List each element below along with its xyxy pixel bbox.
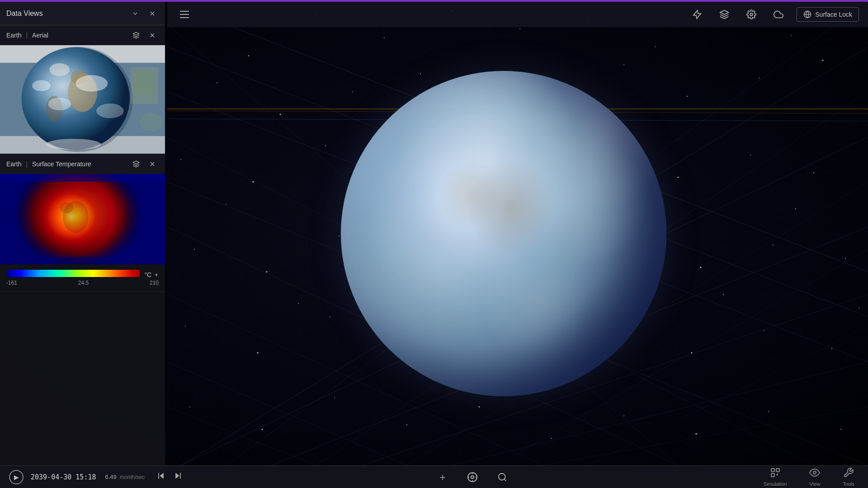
svg-marker-95 [693,10,701,19]
temperature-thumbnail [0,174,165,264]
svg-point-113 [50,63,70,76]
temperature-planet-label: Earth [6,160,21,168]
svg-marker-136 [160,473,164,479]
svg-point-59 [768,411,769,412]
bottom-toolbar: ▶ 2039-04-30 15:18 6.49 month/sec ＋ [0,465,868,488]
svg-rect-149 [776,469,779,472]
add-icon-button[interactable]: ＋ [434,469,451,485]
svg-point-53 [334,398,335,399]
svg-rect-150 [771,474,774,477]
scale-max-label: 210 [150,280,159,286]
svg-point-23 [325,145,326,146]
svg-point-117 [48,98,71,110]
panel-title: Data Views [6,9,43,18]
svg-point-31 [194,249,195,250]
skip-forward-button[interactable] [171,469,185,484]
temperature-separator: | [26,160,28,168]
color-scale-row: °C ▼ [6,270,159,280]
svg-point-68 [723,294,724,295]
unit-dropdown-arrow[interactable]: ▼ [154,272,159,277]
svg-point-141 [471,476,474,479]
lock-icon [803,10,811,19]
tools-tool-button[interactable]: Tools [838,465,859,488]
svg-marker-96 [720,10,728,14]
svg-point-69 [795,208,797,210]
svg-point-11 [217,82,217,83]
color-scale-bar [6,270,140,277]
svg-rect-148 [771,469,774,472]
panel-collapse-button[interactable] [129,7,142,20]
svg-point-54 [406,424,407,425]
aerial-card-icons [130,29,159,42]
svg-point-18 [687,96,688,97]
layers-icon-button[interactable] [715,5,733,23]
temperature-layer-label: Surface Temperature [32,160,91,168]
svg-point-7 [655,47,656,47]
svg-point-38 [700,267,702,268]
aerial-close-button[interactable] [146,29,159,42]
simulation-label: Simulation [764,481,787,487]
svg-rect-137 [158,473,159,479]
temperature-close-button[interactable] [146,158,159,170]
svg-point-19 [759,78,760,79]
play-button[interactable]: ▶ [9,470,24,484]
svg-point-12 [280,114,281,115]
svg-point-55 [479,406,480,408]
aerial-separator: | [26,32,28,39]
svg-line-147 [504,479,506,481]
scale-min-label: -161 [6,280,17,286]
color-scale-labels: -161 24.5 210 [6,280,159,286]
unit-selector[interactable]: °C ▼ [144,271,159,278]
view-tool-button[interactable]: View [805,465,825,488]
svg-line-87 [542,407,868,465]
svg-point-58 [696,433,697,435]
top-accent-bar [0,0,868,2]
header-left [176,6,193,23]
svg-point-49 [764,330,764,331]
svg-point-70 [859,307,859,308]
svg-point-40 [845,258,846,259]
aerial-layer-label: Aerial [32,32,48,39]
svg-point-146 [498,473,505,480]
simulation-tool-button[interactable]: Simulation [759,465,791,488]
panel-close-button[interactable] [146,7,159,20]
tools-icon [843,467,854,480]
svg-marker-102 [133,32,139,35]
surface-lock-label: Surface Lock [815,11,852,18]
earth-continents [341,71,666,396]
surface-lock-button[interactable]: Surface Lock [797,7,859,22]
svg-point-52 [262,429,263,430]
svg-point-118 [96,103,124,118]
temperature-data-card: Earth | Surface Temperature [0,154,165,292]
temperature-card-icons [130,158,159,170]
svg-point-30 [813,173,814,174]
hamburger-line-1 [180,11,189,12]
simulation-icon [770,467,781,480]
svg-point-115 [46,139,101,150]
svg-rect-133 [0,257,165,264]
settings-icon-button[interactable] [742,5,760,23]
flashlight-icon-button[interactable] [688,5,706,23]
temperature-layers-icon-button[interactable] [130,158,142,170]
cloud-icon-button[interactable] [769,5,788,23]
svg-point-1 [248,55,250,56]
aerial-card-header: Earth | Aerial [0,25,165,45]
svg-point-56 [551,438,552,439]
menu-button[interactable] [176,6,193,23]
svg-point-122 [140,113,163,131]
header-toolbar: Surface Lock [167,2,868,27]
left-panel: Data Views Earth | Aerial [0,2,165,465]
svg-point-42 [257,352,259,353]
svg-point-97 [750,13,753,16]
temperature-map-svg [0,174,165,264]
svg-point-60 [840,429,841,430]
target-icon-button[interactable] [464,469,481,485]
panel-header: Data Views [0,2,165,25]
view-icon [809,467,820,480]
svg-point-151 [813,471,816,474]
svg-point-116 [75,75,108,92]
skip-back-button[interactable] [154,469,168,484]
search-icon-button[interactable] [494,469,510,485]
aerial-layers-icon-button[interactable] [130,29,142,42]
svg-point-28 [678,177,679,178]
